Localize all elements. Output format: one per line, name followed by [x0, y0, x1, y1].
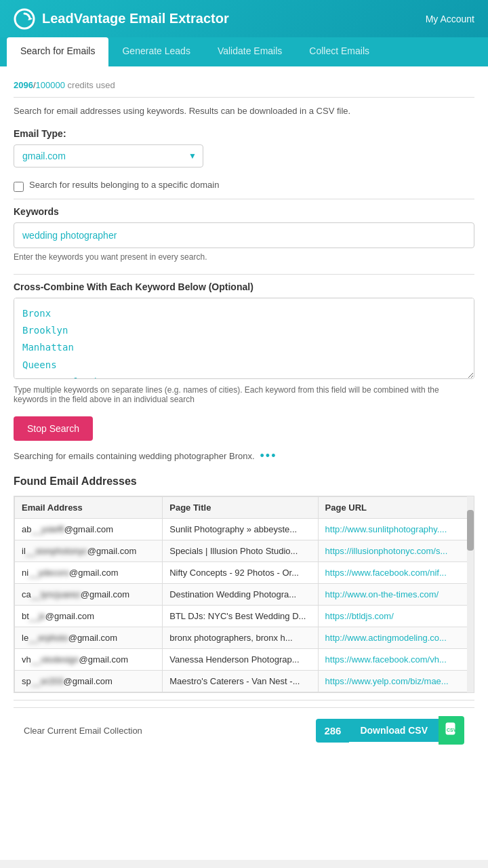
keywords-hint: Enter the keywords you want present in e…	[14, 252, 474, 262]
main-content: 2096/100000 credits used Search for emai…	[0, 66, 488, 860]
email-cell: le__erphoto@gmail.com	[15, 627, 163, 649]
page-url-cell[interactable]: https://btldjs.com/	[318, 606, 473, 627]
page-url-cell[interactable]: http://www.on-the-times.com/	[318, 584, 473, 606]
cross-combine-label: Cross-Combine With Each Keyword Below (O…	[14, 281, 474, 292]
domain-checkbox-row: Search for results belonging to a specif…	[14, 180, 474, 192]
keywords-input[interactable]	[14, 222, 474, 248]
tab-validate-emails[interactable]: Validate Emails	[204, 37, 296, 66]
found-emails-title: Found Email Addresses	[14, 475, 474, 488]
email-cell: bt__js@gmail.com	[15, 606, 163, 627]
col-page-url: Page URL	[318, 497, 473, 519]
page-url-cell[interactable]: http://www.actingmodeling.co...	[318, 627, 473, 649]
col-email-address: Email Address	[15, 497, 163, 519]
domain-checkbox-label: Search for results belonging to a specif…	[29, 180, 219, 190]
download-csv-button[interactable]: Download CSV	[349, 719, 439, 742]
email-type-select[interactable]: gmail.com yahoo.com hotmail.com outlook.…	[14, 144, 203, 167]
table-row: ab__ysteffl@gmail.comSunlit Photography …	[15, 519, 474, 540]
table-row: il__sionphotonyc@gmail.comSpecials | Ill…	[15, 540, 474, 562]
tab-generate-leads[interactable]: Generate Leads	[108, 37, 203, 66]
table-row: bt__js@gmail.comBTL DJs: NYC's Best Wedd…	[15, 606, 474, 627]
divider-3	[14, 274, 474, 275]
page-description: Search for email addresses using keyword…	[14, 106, 474, 116]
page-title-cell: Destination Wedding Photogra...	[163, 584, 318, 606]
cross-combine-section: Cross-Combine With Each Keyword Below (O…	[14, 281, 474, 404]
email-obfuscated: __sionphotonyc	[26, 546, 87, 556]
email-cell: il__sionphotonyc@gmail.com	[15, 540, 163, 562]
tab-collect-emails[interactable]: Collect Emails	[296, 37, 383, 66]
email-obfuscated: __ysteffl	[31, 524, 64, 534]
email-count-badge: 286	[316, 719, 349, 743]
my-account-link[interactable]: My Account	[426, 14, 474, 24]
table-row: vh__otodesign@gmail.comVanessa Henderson…	[15, 649, 474, 671]
credits-total: 100000	[36, 80, 65, 90]
cross-combine-hint: Type multiple keywords on separate lines…	[14, 385, 474, 404]
searching-text: Searching for emails containing wedding …	[14, 451, 255, 461]
file-csv-icon: CSV	[445, 722, 458, 736]
page-url-cell[interactable]: http://www.sunlitphotography....	[318, 519, 473, 540]
download-btn-wrap: 286 Download CSV CSV	[316, 716, 464, 745]
col-page-title: Page Title	[163, 497, 318, 519]
table-row: le__erphoto@gmail.combronx photographers…	[15, 627, 474, 649]
email-obfuscated: __erphoto	[28, 633, 68, 643]
app-header: LeadVantage Email Extractor My Account	[0, 0, 488, 37]
page-title-cell: bronx photographers, bronx h...	[163, 627, 318, 649]
tab-search-emails[interactable]: Search for Emails	[7, 37, 108, 66]
email-obfuscated: __er203	[31, 676, 64, 686]
page-title-cell: Nifty Concepts - 92 Photos - Or...	[163, 562, 318, 584]
page-url-cell[interactable]: https://illusionphotonyc.com/s...	[318, 540, 473, 562]
table-row: sp__er203@gmail.comMaestro's Caterers - …	[15, 671, 474, 692]
csv-file-icon[interactable]: CSV	[439, 716, 464, 745]
page-url-cell[interactable]: https://www.facebook.com/nif...	[318, 562, 473, 584]
email-cell: ni__ydecors@gmail.com	[15, 562, 163, 584]
app-title: LeadVantage Email Extractor	[42, 11, 229, 26]
email-cell: sp__er203@gmail.com	[15, 671, 163, 692]
email-obfuscated: __otodesign	[31, 654, 79, 665]
page-title-cell: Sunlit Photography » abbeyste...	[163, 519, 318, 540]
footer-bar: Clear Current Email Collection 286 Downl…	[14, 707, 474, 753]
clear-collection-link[interactable]: Clear Current Email Collection	[24, 726, 142, 736]
loading-dots: •••	[260, 449, 277, 463]
domain-checkbox[interactable]	[14, 182, 24, 192]
divider-4	[14, 700, 474, 701]
email-table-wrapper: Email Address Page Title Page URL ab__ys…	[14, 496, 474, 693]
email-cell: ca__lyncjuarez@gmail.com	[15, 584, 163, 606]
credits-display: 2096/100000 credits used	[14, 80, 474, 90]
table-scrollbar[interactable]	[467, 496, 474, 692]
email-cell: ab__ysteffl@gmail.com	[15, 519, 163, 540]
email-obfuscated: __ydecors	[28, 568, 69, 578]
cross-combine-textarea[interactable]: Bronx Brooklyn Manhattan Queens Staten I…	[14, 298, 474, 379]
email-type-select-wrap: gmail.com yahoo.com hotmail.com outlook.…	[14, 144, 203, 167]
page-title-cell: Specials | Illusion Photo Studio...	[163, 540, 318, 562]
keywords-group: Keywords Enter the keywords you want pre…	[14, 206, 474, 262]
searching-status: Searching for emails containing wedding …	[14, 449, 474, 463]
logo-icon	[14, 8, 35, 30]
svg-text:CSV: CSV	[447, 728, 457, 732]
divider-1	[14, 97, 474, 98]
email-cell: vh__otodesign@gmail.com	[15, 649, 163, 671]
credits-label: credits used	[68, 80, 115, 90]
page-title-cell: Maestro's Caterers - Van Nest -...	[163, 671, 318, 692]
email-table: Email Address Page Title Page URL ab__ys…	[14, 496, 474, 692]
scrollbar-thumb	[467, 510, 474, 551]
tab-bar: Search for Emails Generate Leads Validat…	[0, 37, 488, 66]
stop-search-button[interactable]: Stop Search	[14, 416, 93, 441]
page-title-cell: BTL DJs: NYC's Best Wedding D...	[163, 606, 318, 627]
page-url-cell[interactable]: https://www.facebook.com/vh...	[318, 649, 473, 671]
table-row: ni__ydecors@gmail.comNifty Concepts - 92…	[15, 562, 474, 584]
logo-area: LeadVantage Email Extractor	[14, 8, 229, 30]
divider-2	[14, 199, 474, 199]
email-type-group: Email Type: gmail.com yahoo.com hotmail.…	[14, 128, 474, 167]
table-row: ca__lyncjuarez@gmail.comDestination Wedd…	[15, 584, 474, 606]
credits-used: 2096	[14, 80, 33, 90]
page-url-cell[interactable]: https://www.yelp.com/biz/mae...	[318, 671, 473, 692]
email-obfuscated: __lyncjuarez	[31, 589, 81, 599]
page-title-cell: Vanessa Henderson Photograp...	[163, 649, 318, 671]
email-type-label: Email Type:	[14, 128, 474, 139]
email-obfuscated: __js	[29, 611, 45, 621]
keywords-label: Keywords	[14, 206, 474, 217]
